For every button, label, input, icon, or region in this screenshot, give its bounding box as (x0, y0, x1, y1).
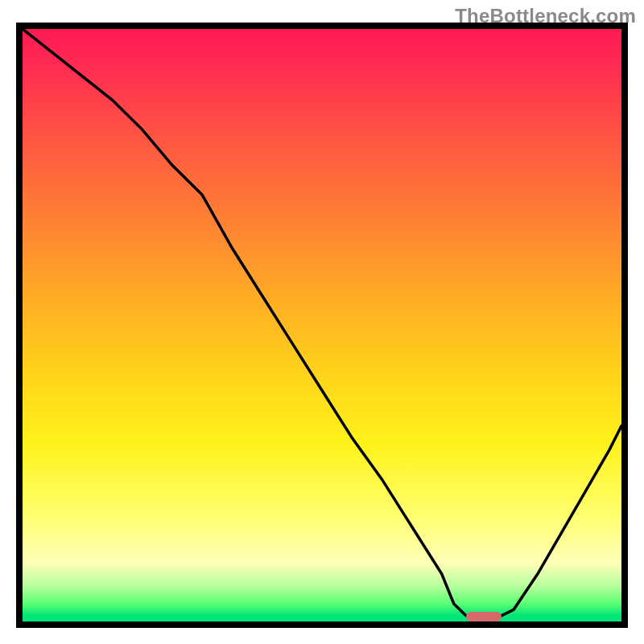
optimal-marker (466, 612, 502, 621)
curve-path (23, 29, 621, 621)
chart-frame (16, 23, 628, 628)
watermark-text: TheBottleneck.com (455, 5, 636, 27)
bottleneck-curve (23, 29, 621, 621)
